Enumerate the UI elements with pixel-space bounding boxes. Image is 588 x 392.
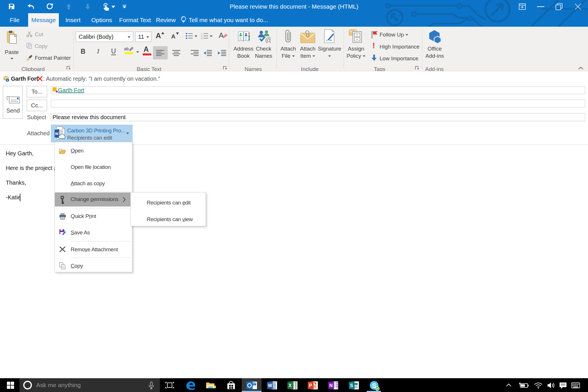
- svg-text:W: W: [268, 383, 272, 388]
- svg-text:@: @: [265, 36, 271, 43]
- svg-text:S: S: [350, 383, 353, 388]
- svg-text:W: W: [55, 132, 59, 136]
- svg-text:N: N: [329, 383, 333, 388]
- svg-text:P: P: [309, 383, 312, 388]
- svg-text:3: 3: [201, 37, 202, 39]
- svg-text:ab: ab: [124, 46, 129, 51]
- svg-text:X: X: [289, 383, 292, 388]
